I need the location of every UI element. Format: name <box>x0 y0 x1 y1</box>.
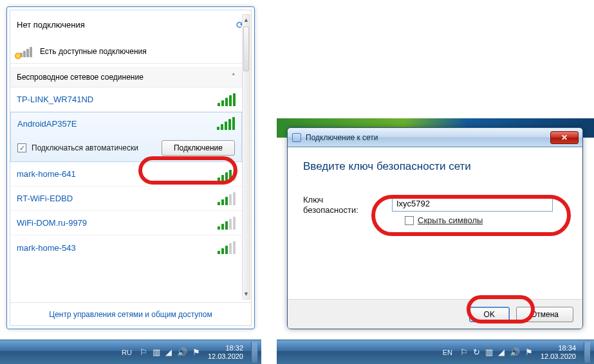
available-text: Есть доступные подключения <box>40 47 147 56</box>
window-title: Подключение к сети <box>306 133 378 142</box>
connect-button[interactable]: Подключение <box>162 140 235 156</box>
scroll-thumb[interactable] <box>243 26 249 71</box>
signal-icon <box>218 217 236 230</box>
network-item[interactable]: RT-WiFi-EDBD <box>10 187 242 211</box>
network-item[interactable]: mark-home-543 <box>10 235 242 260</box>
sync-icon[interactable]: ↻ <box>473 347 480 357</box>
language-indicator[interactable]: EN <box>443 349 452 356</box>
hide-chars-label: Скрыть символы <box>418 215 483 225</box>
auto-connect-checkbox[interactable] <box>17 143 26 152</box>
flag-icon[interactable]: ⚑ <box>525 347 533 357</box>
signal-icon <box>218 241 236 254</box>
cancel-button[interactable]: Отмена <box>516 307 573 322</box>
network-icon[interactable]: ◢ <box>498 347 505 357</box>
flyout-title: Нет подключения <box>17 20 85 30</box>
clock[interactable]: 18:34 12.03.2020 <box>541 344 576 361</box>
show-desktop-button[interactable] <box>251 342 257 363</box>
network-item[interactable]: TP-LINK_WR741ND <box>10 87 242 112</box>
language-indicator[interactable]: RU <box>122 349 132 356</box>
section-wireless[interactable]: Беспроводное сетевое соединение ˄ <box>10 67 242 87</box>
connect-dialog: Подключение к сети ✕ Введите ключ безопа… <box>287 127 583 329</box>
action-center-icon[interactable]: ⚐ <box>460 347 468 357</box>
auto-connect-label: Подключаться автоматически <box>32 143 138 152</box>
network-list: Беспроводное сетевое соединение ˄ TP-LIN… <box>10 67 242 302</box>
network-item[interactable]: mark-home-641 <box>10 162 242 187</box>
action-center-icon[interactable]: ⚐ <box>140 347 147 357</box>
network-center-link[interactable]: Центр управления сетями и общим доступом <box>10 302 251 325</box>
scrollbar[interactable]: ▲ ▼ <box>242 14 250 300</box>
network-icon[interactable]: ◢ <box>165 347 172 357</box>
taskbar: RU ⚐ ▥ ◢ 🔊 ⚑ 18:32 12.03.2020 <box>0 340 261 364</box>
window-icon <box>292 132 302 143</box>
signal-icon <box>217 117 235 130</box>
taskbar: EN ⚐ ↻ ▥ ◢ 🔊 ⚑ 18:34 12.03.2020 <box>277 340 594 364</box>
battery-icon[interactable]: ▥ <box>153 347 160 357</box>
hide-chars-checkbox[interactable] <box>405 216 414 225</box>
network-item-selected[interactable]: AndroidAP357E Подключаться автоматически… <box>10 112 242 162</box>
clock[interactable]: 18:32 12.03.2020 <box>208 344 243 361</box>
signal-unavailable-icon <box>17 46 35 57</box>
signal-icon <box>218 192 236 205</box>
network-item[interactable]: WiFi-DOM.ru-9979 <box>10 211 242 235</box>
security-key-input[interactable] <box>392 195 553 212</box>
scroll-down-icon[interactable]: ▼ <box>243 289 250 299</box>
signal-icon <box>218 168 236 181</box>
chevron-up-icon: ˄ <box>232 73 236 81</box>
volume-icon[interactable]: 🔊 <box>177 347 187 357</box>
show-desktop-button[interactable] <box>584 342 590 363</box>
volume-icon[interactable]: 🔊 <box>510 347 520 357</box>
flag-icon[interactable]: ⚑ <box>192 347 200 357</box>
close-button[interactable]: ✕ <box>550 131 579 144</box>
tray-icons[interactable]: ⚐ ▥ ◢ 🔊 ⚑ <box>140 347 200 357</box>
titlebar[interactable]: Подключение к сети ✕ <box>288 128 582 147</box>
battery-icon[interactable]: ▥ <box>485 347 493 357</box>
signal-icon <box>218 93 236 106</box>
dialog-heading: Введите ключ безопасности сети <box>303 160 567 173</box>
network-flyout: Нет подключения ⟳ Есть доступные подключ… <box>6 6 255 329</box>
tray-icons[interactable]: ⚐ ↻ ▥ ◢ 🔊 ⚑ <box>460 347 533 357</box>
scroll-up-icon[interactable]: ▲ <box>243 15 250 25</box>
security-key-label: Ключ безопасности: <box>303 195 380 215</box>
ok-button[interactable]: OK <box>469 307 510 322</box>
